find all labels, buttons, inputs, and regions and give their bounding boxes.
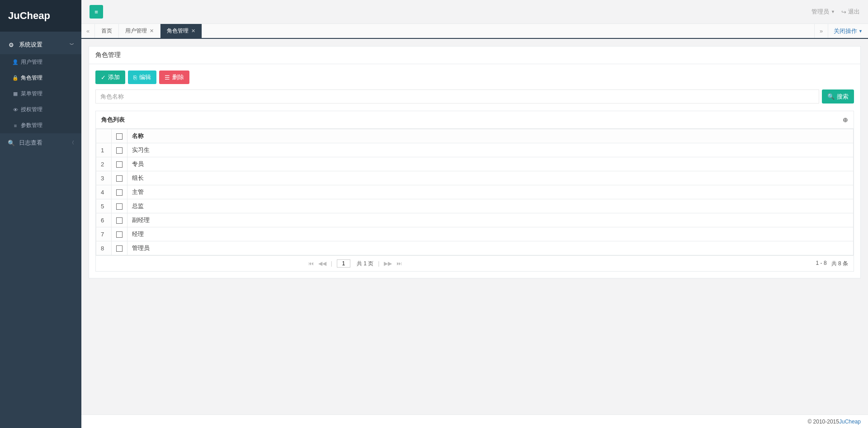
- row-checkbox[interactable]: [112, 227, 127, 241]
- tab-scroll-right-button[interactable]: »: [814, 24, 828, 38]
- checkbox-icon: [116, 175, 123, 182]
- pager-first-button[interactable]: ⏮: [308, 260, 314, 267]
- checkbox-icon: [116, 231, 123, 238]
- row-checkbox[interactable]: [112, 241, 127, 255]
- double-chevron-right-icon: »: [820, 28, 823, 34]
- delete-button[interactable]: ☰ 删除: [159, 71, 189, 84]
- pager-next-button[interactable]: ▶▶: [384, 260, 392, 267]
- row-checkbox[interactable]: [112, 143, 127, 157]
- table-row[interactable]: 6副经理: [96, 213, 854, 227]
- caret-down-icon: ▼: [859, 29, 863, 33]
- caret-down-icon: ▼: [831, 9, 835, 14]
- pager-last-button[interactable]: ⏭: [396, 260, 402, 267]
- row-number: 8: [96, 241, 112, 255]
- logout-button[interactable]: ↪ 退出: [841, 8, 860, 16]
- logout-label: 退出: [848, 8, 860, 16]
- eye-icon: 👁: [12, 107, 19, 113]
- tabbar: « 首页 用户管理 ✕ 角色管理 ✕ » 关闭操作 ▼: [81, 24, 868, 39]
- row-name: 副经理: [127, 213, 854, 227]
- row-checkbox[interactable]: [112, 199, 127, 213]
- main: ≡ 管理员 ▼ ↪ 退出 « 首页: [81, 0, 868, 428]
- tab-ops-label: 关闭操作: [834, 27, 857, 35]
- table-row[interactable]: 4主管: [96, 185, 854, 199]
- sidebar-item-label: 参数管理: [21, 122, 42, 129]
- row-checkbox[interactable]: [112, 213, 127, 227]
- tab-scroll-left-button[interactable]: «: [81, 24, 95, 38]
- row-name: 专员: [127, 157, 854, 171]
- row-checkbox[interactable]: [112, 185, 127, 199]
- sidebar-item-logs[interactable]: 🔍 日志查看 〈: [0, 133, 81, 152]
- sidebar-item-label: 系统设置: [19, 41, 42, 49]
- table-row[interactable]: 7经理: [96, 227, 854, 241]
- pager-total-records: 共 8 条: [831, 260, 848, 268]
- checkbox-icon: [116, 245, 123, 252]
- close-icon[interactable]: ✕: [150, 28, 154, 34]
- sidebar-item-roles[interactable]: 🔒 角色管理: [0, 70, 81, 86]
- chevron-left-icon: 〈: [70, 140, 74, 146]
- sidebar-item-system-settings[interactable]: ⚙ 系统设置 ﹀: [0, 35, 81, 54]
- grid-settings-button[interactable]: ⊕: [843, 116, 848, 123]
- sidebar-item-label: 角色管理: [21, 74, 42, 82]
- row-number: 6: [96, 213, 112, 227]
- table-row[interactable]: 3组长: [96, 171, 854, 185]
- sidebar-item-label: 授权管理: [21, 106, 42, 113]
- row-number: 3: [96, 171, 112, 185]
- row-checkbox[interactable]: [112, 171, 127, 185]
- add-button[interactable]: ✓ 添加: [95, 71, 125, 84]
- col-name-header[interactable]: 名称: [127, 129, 854, 143]
- edit-button[interactable]: ⎘ 编辑: [128, 71, 156, 84]
- sidebar-item-menus[interactable]: ▦ 菜单管理: [0, 86, 81, 102]
- row-number: 7: [96, 227, 112, 241]
- check-icon: ✓: [101, 74, 106, 81]
- pager-total-pages: 共 1 页: [357, 260, 373, 268]
- checkbox-icon: [116, 217, 123, 224]
- pager-page-input[interactable]: [337, 259, 350, 268]
- pager-range: 1 - 8: [816, 260, 827, 268]
- trash-icon: ☰: [165, 74, 170, 81]
- page-title: 角色管理: [89, 47, 860, 64]
- logout-icon: ↪: [841, 9, 846, 15]
- user-dropdown[interactable]: 管理员 ▼: [811, 8, 835, 16]
- double-chevron-left-icon: «: [86, 28, 90, 34]
- menu-toggle-button[interactable]: ≡: [90, 5, 103, 19]
- tab-roles[interactable]: 角色管理 ✕: [160, 24, 202, 38]
- user-icon: 👤: [12, 59, 19, 65]
- button-label: 搜索: [837, 93, 849, 101]
- sidebar-subnav-system: 👤 用户管理 🔒 角色管理 ▦ 菜单管理 👁 授权管理 ≡ 参数管理: [0, 54, 81, 133]
- tab-label: 角色管理: [167, 27, 189, 35]
- row-number: 1: [96, 143, 112, 157]
- page-panel: 角色管理 ✓ 添加 ⎘ 编辑 ☰ 删除: [89, 46, 861, 278]
- row-checkbox[interactable]: [112, 157, 127, 171]
- row-name: 管理员: [127, 241, 854, 255]
- sidebar-item-label: 菜单管理: [21, 90, 42, 98]
- sidebar-item-users[interactable]: 👤 用户管理: [0, 54, 81, 70]
- role-name-input[interactable]: [95, 89, 819, 103]
- search-icon: 🔍: [7, 140, 15, 146]
- sidebar-header: JuCheap: [0, 0, 81, 32]
- pager: ⏮ ◀◀ | 共 1 页 | ▶▶ ⏭ 1 - 8: [96, 255, 854, 271]
- tab-close-ops-dropdown[interactable]: 关闭操作 ▼: [828, 24, 868, 38]
- sidebar-item-authorization[interactable]: 👁 授权管理: [0, 102, 81, 118]
- checkbox-icon: [116, 189, 123, 196]
- table-row[interactable]: 5总监: [96, 199, 854, 213]
- table-row[interactable]: 2专员: [96, 157, 854, 171]
- pager-prev-button[interactable]: ◀◀: [318, 260, 326, 267]
- table-header-row: 名称: [96, 129, 854, 143]
- tab-home[interactable]: 首页: [95, 24, 119, 38]
- close-icon[interactable]: ✕: [191, 28, 195, 34]
- checkbox-icon: [116, 147, 123, 154]
- checkbox-icon: [116, 161, 123, 168]
- search-button[interactable]: 🔍 搜索: [822, 89, 854, 103]
- tab-users[interactable]: 用户管理 ✕: [119, 24, 160, 38]
- col-checkbox-header[interactable]: [112, 129, 127, 143]
- chevron-down-icon: ﹀: [70, 42, 74, 48]
- sidebar-item-params[interactable]: ≡ 参数管理: [0, 118, 81, 133]
- row-number: 2: [96, 157, 112, 171]
- tabs-container: 首页 用户管理 ✕ 角色管理 ✕: [95, 24, 814, 38]
- table-row[interactable]: 1实习生: [96, 143, 854, 157]
- table-row[interactable]: 8管理员: [96, 241, 854, 255]
- sidebar: JuCheap ⚙ 系统设置 ﹀ 👤 用户管理 🔒 角色管理 ▦ 菜单管理: [0, 0, 81, 428]
- footer-brand-link[interactable]: JuCheap: [839, 419, 861, 425]
- button-label: 编辑: [139, 73, 151, 81]
- footer-copyright: © 2010-2015: [807, 419, 839, 425]
